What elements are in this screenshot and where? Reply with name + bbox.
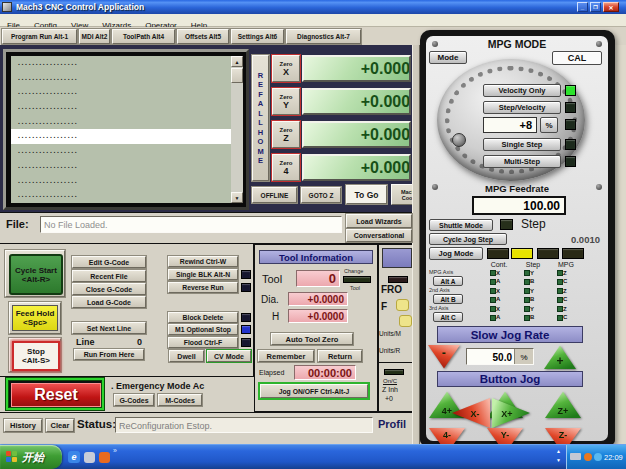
- tab-diagnostics[interactable]: Diagnostics Alt-7: [286, 29, 361, 44]
- jog-mode-button[interactable]: Jog Mode: [429, 247, 483, 260]
- block-delete-button[interactable]: Block Delete: [168, 312, 238, 323]
- offline-button[interactable]: OFFLINE: [252, 187, 297, 203]
- step-percent-dro[interactable]: +8: [483, 117, 537, 133]
- mpg-mode-button[interactable]: Mode: [429, 51, 467, 64]
- reset-button[interactable]: Reset: [6, 378, 104, 410]
- jog-onoff-button[interactable]: Jog ON/OFF Ctrl-Alt-J: [260, 384, 368, 398]
- stop-key: <Alt-S>: [22, 356, 50, 365]
- goto-z-button[interactable]: GOTO Z: [301, 187, 341, 203]
- flood-button[interactable]: Flood Ctrl-F: [168, 337, 238, 348]
- feed-hold-button[interactable]: Feed Hold <Spc>: [9, 302, 61, 334]
- goto-z-label: GOTO Z: [309, 192, 334, 199]
- zero-x-button[interactable]: ZeroX: [272, 55, 300, 82]
- dwell-button[interactable]: Dwell: [169, 350, 204, 362]
- z-inhibit-label: Z Inh: [382, 386, 398, 393]
- to-go-button[interactable]: To Go: [346, 185, 387, 204]
- cycle-start-button[interactable]: Cycle Start <Alt-R>: [5, 250, 65, 297]
- step-velocity-button[interactable]: Step/Velocity: [483, 101, 561, 114]
- remember-button[interactable]: Remember: [258, 350, 314, 362]
- quicklaunch-icon[interactable]: [84, 452, 95, 463]
- dia-dro[interactable]: +0.0000: [288, 292, 348, 306]
- m1-optional-stop-button[interactable]: M1 Optional Stop: [168, 324, 238, 335]
- alt-b-button[interactable]: Alt B: [433, 294, 463, 304]
- stop-button[interactable]: Stop <Alt-S>: [9, 338, 61, 372]
- dro-y[interactable]: +0.0000: [302, 88, 411, 115]
- shuttle-mode-button[interactable]: Shuttle Mode: [429, 219, 493, 231]
- tab-toolpath[interactable]: ToolPath Alt4: [112, 29, 175, 44]
- load-wizards-button[interactable]: Load Wizards: [346, 214, 412, 228]
- mpg-cal-button[interactable]: CAL: [552, 51, 602, 65]
- scroll-up-button[interactable]: ▲: [231, 56, 243, 67]
- shuttle-mode-led: [500, 219, 513, 230]
- machine-coords-button[interactable]: Machine Coord's: [391, 184, 412, 205]
- load-gcode-button[interactable]: Load G-Code: [72, 296, 146, 308]
- ie-quicklaunch-icon[interactable]: e: [68, 451, 80, 463]
- m-codes-button[interactable]: M-Codes: [158, 394, 202, 406]
- scroll-thumb[interactable]: [231, 68, 243, 83]
- history-button[interactable]: History: [4, 419, 42, 432]
- h-dro[interactable]: +0.0000: [288, 309, 348, 323]
- single-blk-led: [241, 270, 251, 279]
- cycle-jog-step-button[interactable]: Cycle Jog Step: [429, 233, 507, 245]
- quicklaunch-icon[interactable]: [99, 452, 110, 463]
- zero-4-button[interactable]: Zero4: [272, 154, 300, 181]
- run-from-here-button[interactable]: Run From Here: [74, 349, 144, 360]
- return-button[interactable]: Return: [318, 350, 362, 362]
- reverse-run-button[interactable]: Reverse Run: [168, 282, 238, 293]
- cycle-start-label: Cycle Start: [15, 266, 57, 275]
- dro-4[interactable]: +0.0000: [302, 154, 411, 181]
- g-codes-button[interactable]: G-Codes: [114, 394, 154, 406]
- zero-z-button[interactable]: ZeroZ: [272, 121, 300, 148]
- recent-file-button[interactable]: Recent File: [72, 270, 146, 282]
- gcode-scrollbar[interactable]: ▲ ▼: [231, 56, 243, 203]
- slow-jog-plus-button[interactable]: +: [544, 345, 576, 369]
- clear-button[interactable]: Clear: [46, 419, 74, 432]
- tab-mdi[interactable]: MDI Alt2: [79, 29, 110, 44]
- single-step-button[interactable]: Single Step: [483, 138, 561, 151]
- dro-x[interactable]: +0.0000: [302, 55, 411, 82]
- dro-z[interactable]: +0.0000: [302, 121, 411, 148]
- jog-z-plus-button[interactable]: Z+: [545, 391, 581, 418]
- mpg-feedrate-frame: 100.00: [472, 196, 566, 215]
- auto-tool-zero-button[interactable]: Auto Tool Zero: [271, 333, 353, 345]
- tab-offsets[interactable]: Offsets Alt5: [177, 29, 229, 44]
- start-button[interactable]: 开始: [0, 445, 62, 469]
- tab-program-run[interactable]: Program Run Alt-1: [2, 29, 77, 44]
- ref-all-home-button[interactable]: REF ALL HOME: [252, 55, 269, 181]
- axis-letter: Y: [283, 100, 289, 110]
- close-button[interactable]: ✕: [603, 2, 619, 12]
- keyboard-tray-icon[interactable]: [570, 453, 581, 460]
- tray-icon[interactable]: [584, 453, 592, 461]
- alt-a-button[interactable]: Alt A: [433, 276, 463, 286]
- quicklaunch-chevron-icon[interactable]: »: [113, 447, 117, 454]
- on-off-label: On/C: [383, 378, 397, 384]
- alt-c-button[interactable]: Alt C: [433, 312, 463, 322]
- set-next-line-button[interactable]: Set Next Line: [72, 322, 146, 334]
- fro-down-arrow[interactable]: [399, 315, 412, 327]
- jog-x-minus-button[interactable]: X-: [452, 398, 490, 428]
- minimize-button[interactable]: _: [577, 2, 588, 12]
- rewind-button[interactable]: Rewind Ctrl-W: [168, 256, 238, 267]
- tab-settings[interactable]: Settings Alt6: [231, 29, 284, 44]
- conversational-button[interactable]: Conversational: [346, 229, 412, 242]
- slow-jog-rate-dro[interactable]: 50.0 %: [466, 348, 534, 365]
- zero-y-button[interactable]: ZeroY: [272, 88, 300, 115]
- mpg-feedrate-dro[interactable]: 100.00: [474, 198, 564, 213]
- mpg-cal-label: CAL: [568, 53, 587, 63]
- fro-up-arrow[interactable]: [396, 299, 409, 311]
- tool-number-dro[interactable]: 0: [296, 270, 340, 287]
- scroll-down-button[interactable]: ▼: [231, 192, 243, 203]
- taskbar-scroll-up-icon[interactable]: ▲: [556, 448, 561, 454]
- taskbar-scroll-down-icon[interactable]: ▼: [556, 457, 561, 463]
- tray-icon[interactable]: [594, 453, 602, 461]
- jog-x-plus-button[interactable]: X+: [492, 398, 530, 428]
- restore-button[interactable]: ❐: [590, 2, 601, 12]
- percent-button[interactable]: %: [540, 117, 558, 133]
- edit-gcode-button[interactable]: Edit G-Code: [72, 256, 146, 268]
- velocity-only-button[interactable]: Velocity Only: [483, 84, 561, 97]
- slow-jog-minus-button[interactable]: -: [428, 345, 460, 369]
- cv-mode-button[interactable]: CV Mode: [207, 350, 251, 362]
- single-blk-button[interactable]: Single BLK Alt-N: [168, 269, 238, 280]
- multi-step-button[interactable]: Multi-Step: [483, 155, 561, 168]
- close-gcode-button[interactable]: Close G-Code: [72, 283, 146, 295]
